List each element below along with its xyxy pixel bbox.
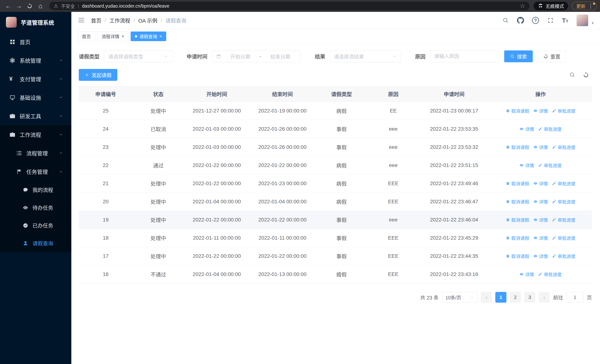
sidebar-item-infrastructure[interactable]: 基础设施 <box>0 88 71 107</box>
user-avatar[interactable] <box>576 14 588 26</box>
chrome-update-chip[interactable]: 更新 <box>572 2 597 10</box>
sidebar-item-leave-query[interactable]: 请假查询 <box>0 234 71 252</box>
chevron-down-icon <box>470 295 474 299</box>
prev-page-button[interactable] <box>481 292 492 303</box>
approval-progress-link[interactable]: 审批进度 <box>552 253 576 259</box>
col-status: 状态 <box>133 86 184 102</box>
cancel-leave-link[interactable]: 取消请假 <box>506 198 529 205</box>
apply-time-range-picker[interactable]: 开始日期 - 结束日期 <box>212 50 301 62</box>
page-button-1[interactable]: 1 <box>495 292 506 303</box>
cancel-leave-link[interactable]: 取消请假 <box>506 235 529 241</box>
sidebar-item-workflow[interactable]: 工作流程 <box>0 125 71 144</box>
detail-link[interactable]: 详情 <box>533 235 548 241</box>
github-icon[interactable] <box>517 17 524 24</box>
sidebar-item-devtools[interactable]: 研发工具 <box>0 107 71 125</box>
sidebar-item-done-tasks[interactable]: 已办任务 <box>0 216 71 234</box>
cancel-leave-link[interactable]: 取消请假 <box>506 216 529 223</box>
active-dot <box>135 35 137 37</box>
browser-back-icon[interactable] <box>3 1 13 11</box>
menu-collapse-icon[interactable] <box>78 17 85 24</box>
close-icon[interactable] <box>122 34 124 38</box>
approval-progress-link[interactable]: 审批进度 <box>552 216 576 223</box>
create-leave-button[interactable]: 发起请假 <box>79 69 117 81</box>
detail-link[interactable]: 详情 <box>519 126 534 132</box>
help-icon[interactable] <box>532 17 539 24</box>
cell-reason: EEE <box>368 174 419 193</box>
cancel-leave-link[interactable]: 取消请假 <box>506 144 529 150</box>
workflow-submenu: 工作流程 流程管理 任务管理 我的流程 <box>0 125 71 252</box>
goto-page-input[interactable] <box>566 292 583 303</box>
cancel-leave-link[interactable]: 取消请假 <box>506 107 529 114</box>
font-size-icon[interactable] <box>562 17 568 24</box>
sidebar-item-label: 研发工具 <box>20 112 41 120</box>
select-placeholder: 请选择流结果 <box>334 53 364 60</box>
approval-progress-link[interactable]: 审批进度 <box>552 107 576 114</box>
result-select[interactable]: 请选择流结果 <box>330 50 401 62</box>
tab-label: 流程详情 <box>102 33 119 39</box>
search-button[interactable]: 搜索 <box>504 50 533 62</box>
page-content: 请假类型 请选择请假类型 申请时间 开始日期 - 结束日期 <box>71 44 600 364</box>
cell-start-time: 2022-01-22 00:00:00 <box>184 247 250 265</box>
browser-forward-icon[interactable] <box>14 1 24 11</box>
page-button-2[interactable]: 2 <box>510 292 521 303</box>
logo-image <box>6 17 17 28</box>
detail-link[interactable]: 详情 <box>533 144 548 150</box>
sidebar-item-system[interactable]: 系统管理 <box>0 51 71 70</box>
detail-link[interactable]: 详情 <box>519 162 534 168</box>
user-menu-caret-icon[interactable] <box>592 21 594 26</box>
leave-type-select[interactable]: 请选择请假类型 <box>104 50 172 62</box>
refresh-icon[interactable] <box>583 72 589 78</box>
approval-progress-link[interactable]: 审批进度 <box>552 235 576 241</box>
cell-reason: eee <box>368 211 419 229</box>
search-icon[interactable] <box>502 17 509 24</box>
breadcrumb-item[interactable]: OA 示例 <box>138 17 158 24</box>
approval-progress-link[interactable]: 审批进度 <box>552 144 576 150</box>
sidebar-item-my-process[interactable]: 我的流程 <box>0 181 71 199</box>
table-row: 21处理中2022-01-22 00:00:002022-01-23 00:00… <box>79 174 592 193</box>
approval-progress-link[interactable]: 审批进度 <box>538 162 562 168</box>
detail-link[interactable]: 详情 <box>533 198 548 205</box>
page-size-select[interactable]: 10条/页 <box>442 292 478 303</box>
detail-link[interactable]: 详情 <box>533 253 548 259</box>
sidebar-item-process-management[interactable]: 流程管理 <box>0 144 71 162</box>
cell-status: 不通过 <box>133 265 184 283</box>
reason-input[interactable] <box>430 50 499 62</box>
browser-home-icon[interactable] <box>36 1 45 11</box>
sidebar-item-payment[interactable]: 支付管理 <box>0 70 71 88</box>
detail-link[interactable]: 详情 <box>533 180 548 187</box>
sidebar-item-label: 系统管理 <box>20 56 41 64</box>
cancel-leave-link[interactable]: 取消请假 <box>506 180 529 187</box>
cell-operations: 详情审批进度 <box>489 156 592 174</box>
bookmark-star-icon[interactable] <box>520 2 525 9</box>
browser-reload-icon[interactable] <box>25 1 35 11</box>
chevron-down-icon <box>59 114 63 118</box>
approval-progress-link[interactable]: 审批进度 <box>538 126 562 132</box>
sidebar-item-label: 已办任务 <box>32 222 53 229</box>
close-icon[interactable] <box>159 34 162 38</box>
approval-progress-link[interactable]: 审批进度 <box>538 271 562 278</box>
sidebar-item-todo-tasks[interactable]: 待办任务 <box>0 199 71 216</box>
detail-link[interactable]: 详情 <box>533 107 548 114</box>
tab-leave-query[interactable]: 请假查询 <box>131 31 166 41</box>
sidebar-item-home[interactable]: 首页 <box>0 33 71 51</box>
approval-progress-link[interactable]: 审批进度 <box>552 180 576 187</box>
breadcrumb-item[interactable]: 工作流程 <box>110 17 130 24</box>
zoom-search-icon[interactable] <box>569 72 575 78</box>
address-bar[interactable]: 不安全 | dashboard.yudao.iocoder.cn/bpm/oa/… <box>49 2 530 10</box>
leave-table-body: 25处理中2021-12-27 00:00:002022-01-19 00:00… <box>79 102 592 283</box>
fullscreen-icon[interactable] <box>547 17 554 24</box>
cancel-leave-link[interactable]: 取消请假 <box>506 253 529 259</box>
cell-leave-type: 事假 <box>315 229 367 247</box>
sidebar-item-task-management[interactable]: 任务管理 <box>0 162 71 181</box>
browser-menu-icon[interactable] <box>588 3 593 9</box>
detail-link[interactable]: 详情 <box>519 271 534 278</box>
next-page-button[interactable] <box>539 292 550 303</box>
detail-link[interactable]: 详情 <box>533 216 548 223</box>
tab-home[interactable]: 首页 <box>78 31 95 41</box>
cell-end-time: 2022-01-13 00:00:00 <box>250 265 315 283</box>
page-button-3[interactable]: 3 <box>524 292 535 303</box>
breadcrumb-item[interactable]: 首页 <box>91 17 101 24</box>
tab-process-detail[interactable]: 流程详情 <box>97 31 128 41</box>
reset-button[interactable]: 重置 <box>538 50 566 62</box>
approval-progress-link[interactable]: 审批进度 <box>552 198 576 205</box>
